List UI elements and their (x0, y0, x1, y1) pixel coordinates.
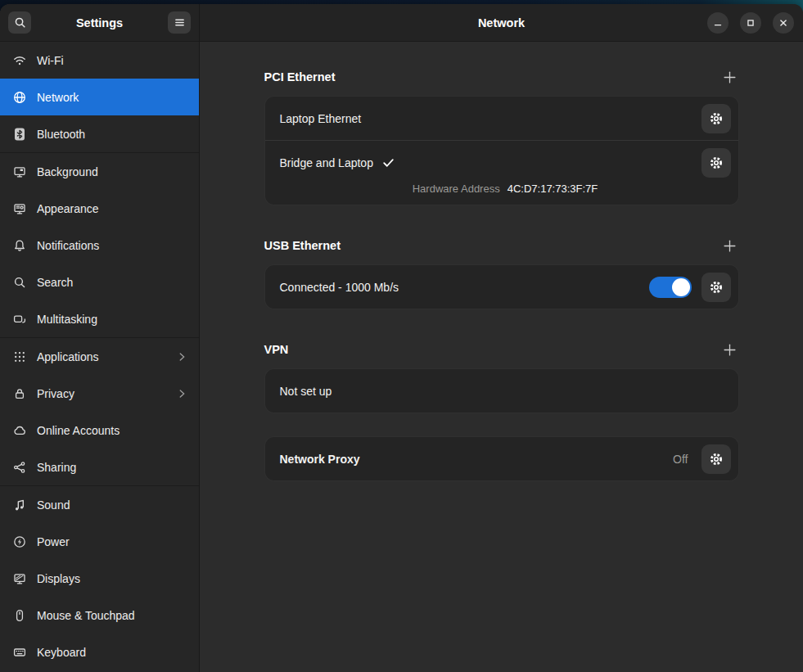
sidebar-item-mouse-touchpad[interactable]: Mouse & Touchpad (0, 597, 199, 634)
sidebar-item-label: Bluetooth (37, 128, 187, 141)
sidebar-item-label: Keyboard (37, 646, 187, 659)
sidebar-item-network[interactable]: Network (0, 79, 199, 115)
usb-ethernet-toggle[interactable] (649, 277, 692, 298)
sidebar-item-label: Notifications (37, 239, 187, 252)
plus-icon (723, 343, 737, 357)
maximize-icon (745, 17, 756, 29)
sidebar-item-label: Displays (37, 572, 187, 585)
sound-note-icon (13, 498, 26, 512)
sidebar-item-power[interactable]: Power (0, 523, 199, 560)
usb-ethernet-section-header: USB Ethernet (264, 237, 739, 255)
sidebar-item-notifications[interactable]: Notifications (0, 227, 199, 264)
network-globe-icon (13, 91, 26, 104)
sidebar-header: Settings (0, 4, 199, 42)
network-proxy-status: Off (673, 453, 688, 466)
hamburger-icon (174, 16, 186, 29)
sidebar-item-label: Sharing (37, 461, 187, 474)
sidebar-item-label: Search (37, 276, 187, 289)
chevron-right-icon (176, 388, 187, 399)
sidebar-item-label: Wi-Fi (37, 54, 187, 67)
power-icon (13, 535, 26, 548)
sidebar-item-sharing[interactable]: Sharing (0, 449, 199, 485)
usb-ethernet-card: Connected - 1000 Mb/s (264, 264, 739, 309)
usb-ethernet-settings-button[interactable] (701, 273, 731, 302)
sidebar-item-applications[interactable]: Applications (0, 338, 199, 375)
sidebar-item-search[interactable]: Search (0, 264, 199, 300)
keyboard-icon (13, 646, 26, 659)
section-title: VPN (264, 343, 289, 356)
laptop-ethernet-settings-button[interactable] (701, 104, 731, 133)
section-title: USB Ethernet (264, 239, 341, 252)
sidebar-item-label: Sound (37, 498, 187, 512)
connection-row-bridge-and-laptop[interactable]: Bridge and Laptop (265, 140, 738, 205)
sidebar-item-multitasking[interactable]: Multitasking (0, 300, 199, 337)
vpn-card: Not set up (264, 368, 739, 413)
close-button[interactable] (773, 12, 794, 34)
window-controls (707, 12, 794, 34)
add-pci-connection-button[interactable] (721, 68, 739, 86)
sidebar-item-appearance[interactable]: Appearance (0, 190, 199, 227)
maximize-button[interactable] (740, 12, 761, 34)
minimize-button[interactable] (707, 12, 729, 34)
background-icon (13, 165, 26, 178)
section-title: PCI Ethernet (264, 70, 336, 83)
pci-ethernet-section-header: PCI Ethernet (264, 68, 739, 86)
main-panel: Network (200, 4, 803, 672)
sidebar-item-bluetooth[interactable]: Bluetooth (0, 115, 199, 152)
network-proxy-row[interactable]: Network Proxy Off (265, 437, 738, 480)
search-icon (13, 276, 26, 289)
appearance-icon (13, 202, 26, 215)
sidebar-item-label: Network (37, 91, 187, 104)
gear-icon (709, 452, 724, 467)
sidebar-item-online-accounts[interactable]: Online Accounts (0, 412, 199, 449)
settings-window: Settings Wi-Fi Network (0, 4, 803, 672)
sidebar-item-label: Background (37, 165, 187, 178)
hardware-address-value: 4C:D7:17:73:3F:7F (508, 183, 598, 195)
notifications-bell-icon (13, 239, 26, 252)
multitasking-icon (13, 313, 26, 326)
main-header: Network (200, 4, 803, 42)
wifi-icon (13, 54, 26, 67)
connection-row-usb[interactable]: Connected - 1000 Mb/s (265, 265, 738, 309)
sidebar-item-label: Applications (37, 350, 165, 363)
toggle-knob (672, 278, 690, 296)
hardware-address-line: Hardware Address4C:D7:17:73:3F:7F (265, 183, 738, 205)
sidebar-item-displays[interactable]: Displays (0, 560, 199, 597)
sidebar-item-privacy[interactable]: Privacy (0, 375, 199, 412)
plus-icon (723, 239, 737, 253)
search-icon (14, 16, 26, 29)
connection-name: Bridge and Laptop (280, 156, 373, 169)
hardware-address-label: Hardware Address (413, 183, 500, 195)
menu-button[interactable] (168, 11, 191, 34)
sidebar-item-sound[interactable]: Sound (0, 486, 199, 523)
privacy-lock-icon (13, 387, 26, 400)
minimize-icon (712, 17, 724, 29)
sidebar-item-label: Online Accounts (37, 424, 187, 437)
connection-row-laptop-ethernet[interactable]: Laptop Ethernet (265, 97, 738, 140)
gear-icon (709, 111, 724, 126)
pci-ethernet-card: Laptop Ethernet Bridge and Laptop (264, 96, 739, 205)
network-page: PCI Ethernet Laptop Ethernet (200, 42, 803, 672)
page-title: Network (478, 16, 525, 29)
sidebar-item-wifi[interactable]: Wi-Fi (0, 42, 199, 79)
sidebar-item-keyboard[interactable]: Keyboard (0, 634, 199, 670)
plus-icon (723, 70, 737, 84)
add-usb-connection-button[interactable] (721, 237, 739, 255)
sidebar-item-label: Appearance (37, 202, 187, 215)
vpn-section-header: VPN (264, 341, 739, 359)
network-proxy-settings-button[interactable] (701, 444, 731, 474)
bluetooth-icon (13, 128, 26, 141)
displays-icon (13, 572, 26, 585)
sidebar-item-label: Multitasking (37, 313, 187, 326)
search-button[interactable] (8, 11, 31, 34)
gear-icon (709, 156, 724, 170)
close-icon (778, 17, 789, 29)
gear-icon (709, 280, 724, 295)
sidebar-item-background[interactable]: Background (0, 153, 199, 190)
network-proxy-title: Network Proxy (280, 453, 360, 466)
network-proxy-card: Network Proxy Off (264, 436, 739, 481)
applications-grid-icon (13, 350, 26, 363)
add-vpn-button[interactable] (721, 341, 739, 359)
chevron-right-icon (176, 351, 187, 363)
bridge-and-laptop-settings-button[interactable] (701, 148, 731, 178)
